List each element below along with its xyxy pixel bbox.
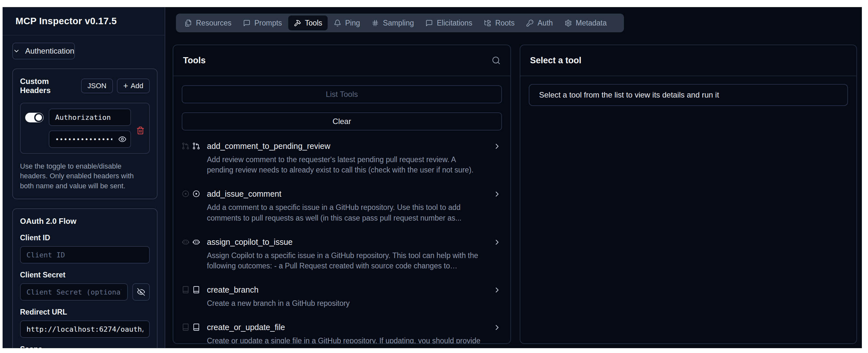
- client-id-input[interactable]: [20, 246, 150, 264]
- tab-label: Sampling: [383, 19, 414, 27]
- client-id-label: Client ID: [20, 234, 150, 242]
- tools-panel-title: Tools: [183, 56, 206, 65]
- message-square-icon: [426, 19, 433, 27]
- tab-roots[interactable]: Roots: [478, 16, 520, 30]
- oauth-flow-title: OAuth 2.0 Flow: [20, 217, 150, 226]
- headers-helper-text: Use the toggle to enable/disable headers…: [20, 161, 140, 191]
- bot-icon: [192, 238, 200, 246]
- sidebar-header: MCP Inspector v0.17.5: [3, 7, 165, 35]
- message-square-icon: [243, 19, 250, 27]
- chevron-right-icon: [493, 190, 501, 198]
- tool-name: assign_copilot_to_issue: [207, 237, 481, 247]
- circle-dot-icon: [192, 190, 200, 198]
- chevron-right-icon: [493, 323, 501, 332]
- tool-list-item[interactable]: add_issue_comment Add a comment to a spe…: [182, 189, 502, 223]
- empty-selection-message: Select a tool from the list to view its …: [529, 84, 848, 106]
- custom-headers-card: Custom Headers JSON + Add: [12, 68, 157, 199]
- tab-resources[interactable]: Resources: [179, 16, 237, 30]
- app-title: MCP Inspector v0.17.5: [16, 16, 117, 27]
- tool-list-item[interactable]: assign_copilot_to_issue Assign Copilot t…: [182, 237, 502, 271]
- clear-tools-button[interactable]: Clear: [182, 112, 502, 130]
- toggle-thumb: [34, 113, 43, 122]
- hammer-icon: [294, 19, 301, 27]
- client-secret-input[interactable]: [20, 283, 128, 301]
- show-client-secret-button[interactable]: [132, 283, 150, 301]
- authentication-label: Authentication: [25, 47, 74, 56]
- details-panel-title: Select a tool: [530, 56, 581, 65]
- tool-name: create_branch: [207, 285, 481, 295]
- tool-details-panel: Select a tool Select a tool from the lis…: [520, 45, 857, 344]
- tab-prompts[interactable]: Prompts: [238, 16, 288, 30]
- tool-description: Create a new branch in a GitHub reposito…: [207, 298, 481, 308]
- sidebar-body: Authentication Custom Headers JSON + Add: [3, 35, 165, 348]
- sidebar: MCP Inspector v0.17.5 Authentication Cus…: [3, 7, 165, 348]
- chevron-right-icon: [493, 286, 501, 294]
- oauth-flow-card: OAuth 2.0 Flow Client ID Client Secret R…: [12, 208, 157, 348]
- git-pull-request-icon: [192, 142, 200, 150]
- files-icon: [185, 19, 192, 27]
- tab-tools[interactable]: Tools: [288, 16, 328, 30]
- tool-list-item[interactable]: add_comment_to_pending_review Add review…: [182, 142, 502, 175]
- header-name-input[interactable]: [49, 109, 131, 126]
- tool-description: Create or update a single file in a GitH…: [207, 335, 481, 344]
- tab-auth[interactable]: Auth: [521, 16, 558, 30]
- book-icon: [192, 323, 200, 331]
- tab-label: Metadata: [576, 19, 607, 27]
- tool-name: add_issue_comment: [207, 189, 481, 199]
- circle-dot-icon: [182, 190, 189, 198]
- tab-label: Tools: [305, 19, 322, 27]
- trash-icon: [136, 126, 145, 135]
- tab-label: Elicitations: [437, 19, 472, 27]
- list-tools-button[interactable]: List Tools: [182, 85, 502, 104]
- chevron-right-icon: [493, 238, 501, 246]
- tool-description: Add review comment to the requester's la…: [207, 154, 481, 175]
- tool-name: add_comment_to_pending_review: [207, 142, 481, 151]
- hash-icon: [372, 19, 379, 27]
- tab-ping[interactable]: Ping: [328, 16, 365, 30]
- tab-label: Ping: [345, 19, 360, 27]
- redirect-url-label: Redirect URL: [20, 308, 150, 317]
- git-pull-request-icon: [182, 142, 189, 150]
- tool-list: add_comment_to_pending_review Add review…: [182, 142, 502, 344]
- tab-sampling[interactable]: Sampling: [366, 16, 419, 30]
- tab-label: Prompts: [254, 19, 282, 27]
- chevron-down-icon: [13, 48, 20, 55]
- folder-tree-icon: [484, 19, 491, 27]
- tab-elicitations[interactable]: Elicitations: [420, 16, 478, 30]
- key-icon: [526, 19, 534, 27]
- tool-name: create_or_update_file: [207, 323, 481, 332]
- plus-icon: +: [123, 81, 128, 90]
- search-icon: [492, 56, 501, 65]
- header-row: [20, 103, 150, 154]
- tool-description: Assign Copilot to a specific issue in a …: [207, 250, 481, 271]
- book-icon: [182, 286, 189, 294]
- custom-headers-title: Custom Headers: [20, 77, 81, 95]
- header-enabled-toggle[interactable]: [25, 113, 43, 122]
- scope-label: Scope: [20, 345, 150, 348]
- tab-label: Auth: [537, 19, 553, 27]
- book-icon: [192, 286, 200, 294]
- bell-icon: [334, 19, 341, 27]
- tools-panel: Tools List Tools Clear add_comment_to_pe…: [173, 45, 511, 344]
- show-header-value-button[interactable]: [118, 135, 127, 144]
- authentication-section-toggle[interactable]: Authentication: [12, 42, 75, 59]
- tool-list-item[interactable]: create_or_update_file Create or update a…: [182, 323, 502, 344]
- eye-icon: [118, 135, 127, 143]
- settings-icon: [565, 19, 572, 27]
- book-icon: [182, 323, 189, 331]
- tab-label: Resources: [196, 19, 231, 27]
- tab-label: Roots: [495, 19, 515, 27]
- tool-list-item[interactable]: create_branch Create a new branch in a G…: [182, 285, 502, 308]
- tab-metadata[interactable]: Metadata: [559, 16, 612, 30]
- tab-bar: Resources Prompts Tools Ping Sampling El…: [176, 13, 624, 32]
- redirect-url-input[interactable]: [20, 320, 150, 338]
- mcp-inspector-app: MCP Inspector v0.17.5 Authentication Cus…: [3, 7, 862, 348]
- bot-icon: [182, 238, 189, 246]
- eye-off-icon: [137, 288, 145, 296]
- tool-description: Add a comment to a specific issue in a G…: [207, 202, 481, 223]
- chevron-right-icon: [493, 142, 501, 150]
- delete-header-button[interactable]: [136, 114, 145, 148]
- add-header-button[interactable]: + Add: [117, 79, 150, 93]
- json-mode-button[interactable]: JSON: [81, 79, 113, 93]
- search-tools-button[interactable]: [492, 56, 501, 65]
